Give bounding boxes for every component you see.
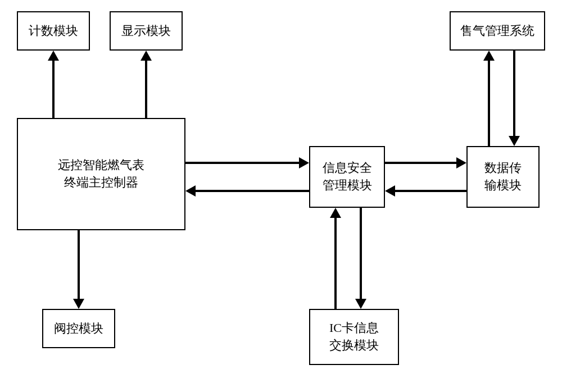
controller-label: 远控智能燃气表 终端主控制器 xyxy=(58,157,144,192)
datatransfer-module-label: 数据传 输模块 xyxy=(484,159,522,194)
arrow-controller-to-counting xyxy=(52,61,55,118)
arrowhead-to-controller-1 xyxy=(185,185,196,197)
arrowhead-to-security-1 xyxy=(299,157,309,168)
valve-module-box: 阀控模块 xyxy=(42,309,115,348)
arrow-datatransfer-to-gassales xyxy=(488,61,490,146)
security-module-label: 信息安全 管理模块 xyxy=(323,159,372,194)
arrowhead-to-datatransfer xyxy=(456,157,466,168)
arrowhead-display xyxy=(140,51,152,61)
iccard-module-label: IC卡信息 交换模块 xyxy=(329,320,379,354)
arrow-controller-to-security xyxy=(185,162,299,164)
controller-box: 远控智能燃气表 终端主控制器 xyxy=(17,118,185,230)
arrow-security-to-datatransfer xyxy=(385,162,456,164)
gassales-system-box: 售气管理系统 xyxy=(450,11,545,51)
arrow-gassales-to-datatransfer xyxy=(513,51,515,136)
security-module-box: 信息安全 管理模块 xyxy=(309,146,385,208)
arrowhead-to-iccard xyxy=(355,299,366,309)
datatransfer-module-box: 数据传 输模块 xyxy=(466,146,540,208)
arrow-security-to-iccard xyxy=(360,208,362,299)
arrow-datatransfer-to-security xyxy=(395,190,466,192)
arrowhead-valve xyxy=(73,299,84,309)
arrowhead-counting xyxy=(48,51,59,61)
display-module-label: 显示模块 xyxy=(121,22,171,40)
arrow-controller-to-valve xyxy=(78,230,80,299)
arrowhead-to-datatransfer-2 xyxy=(509,136,520,146)
counting-module-box: 计数模块 xyxy=(17,11,90,51)
arrowhead-to-security-2 xyxy=(385,185,395,197)
iccard-module-box: IC卡信息 交换模块 xyxy=(309,309,399,365)
arrowhead-to-gassales xyxy=(483,51,495,61)
arrowhead-to-security-3 xyxy=(330,208,341,218)
arrow-controller-to-display xyxy=(145,61,147,118)
counting-module-label: 计数模块 xyxy=(29,22,78,40)
arrow-iccard-to-security xyxy=(334,218,337,309)
gassales-system-label: 售气管理系统 xyxy=(460,22,534,40)
display-module-box: 显示模块 xyxy=(110,11,183,51)
valve-module-label: 阀控模块 xyxy=(54,320,103,338)
arrow-security-to-controller xyxy=(196,190,309,192)
